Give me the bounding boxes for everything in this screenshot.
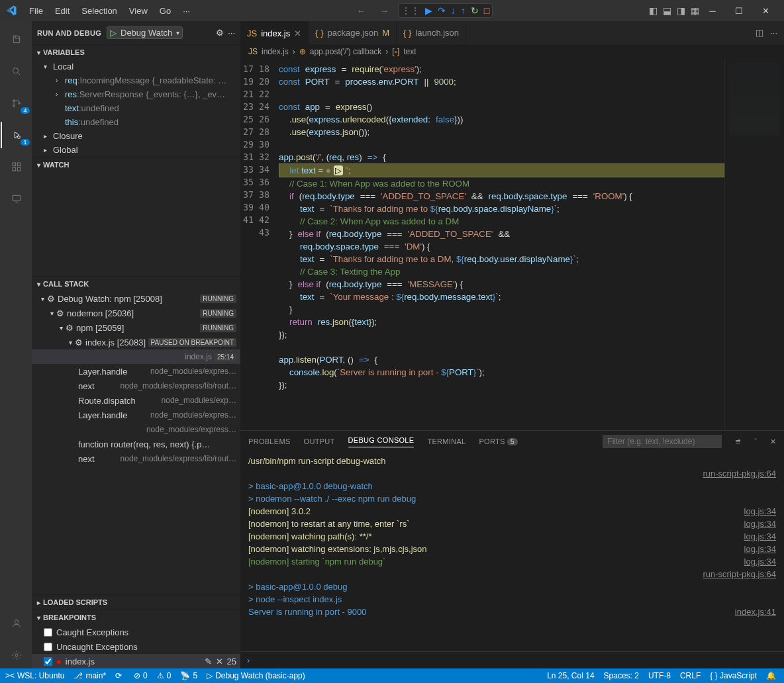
tab-index.js[interactable]: JSindex.js✕: [240, 21, 309, 44]
breakpoints-header[interactable]: ▾BREAKPOINTS: [32, 610, 240, 625]
watch-header[interactable]: ▾WATCH: [32, 158, 240, 172]
stop-icon[interactable]: □: [484, 5, 489, 16]
callstack-header[interactable]: ▾CALL STACK: [32, 277, 240, 291]
step-over-icon[interactable]: ↷: [438, 5, 446, 16]
stack-frame[interactable]: nextnode_modules/express/lib/rout…: [32, 451, 240, 466]
close-panel-icon[interactable]: ✕: [770, 437, 776, 446]
loaded-scripts-header[interactable]: ▸LOADED SCRIPTS: [32, 595, 240, 610]
status-item[interactable]: ⊘0: [134, 671, 148, 680]
layout-panel-bottom-icon[interactable]: ⬓: [663, 5, 671, 16]
stack-frame[interactable]: Layer.handlenode_modules/expres…: [32, 364, 240, 379]
gear-icon[interactable]: ⚙: [216, 28, 224, 38]
breadcrumb-part[interactable]: ⊕: [299, 47, 306, 56]
step-into-icon[interactable]: ↓: [451, 5, 456, 16]
menu-file[interactable]: File: [24, 3, 48, 19]
menu-···[interactable]: ···: [177, 3, 195, 19]
variable-row[interactable]: text: undefined: [32, 101, 240, 115]
nav-forward-icon[interactable]: →: [375, 6, 394, 16]
status-item[interactable]: 🔔: [766, 671, 779, 680]
more-icon[interactable]: ···: [228, 28, 235, 38]
edit-icon[interactable]: ✎: [205, 657, 212, 666]
code[interactable]: const express = require('express'); cons…: [279, 59, 724, 430]
breakpoint-checkbox[interactable]: [44, 628, 52, 637]
callstack-row[interactable]: ▾⚙index.js [25083]PAUSED ON BREAKPOINT: [32, 335, 240, 349]
scope-closure[interactable]: ▸Closure: [32, 129, 240, 143]
continue-icon[interactable]: ▶: [425, 5, 432, 16]
split-editor-icon[interactable]: ◫: [756, 28, 763, 38]
activity-extensions[interactable]: [1, 154, 32, 180]
tab-launch.json[interactable]: { }launch.json: [397, 21, 466, 44]
panel-tab-debug-console[interactable]: DEBUG CONSOLE: [348, 436, 415, 447]
remove-icon[interactable]: ✕: [216, 657, 223, 666]
variable-row[interactable]: this: undefined: [32, 115, 240, 129]
source-link[interactable]: log.js:34: [744, 518, 776, 530]
layout-customize-icon[interactable]: ▦: [691, 5, 699, 16]
source-link[interactable]: log.js:34: [744, 530, 776, 543]
breadcrumb-part[interactable]: index.js: [262, 47, 289, 56]
status-item[interactable]: ><WSL: Ubuntu: [5, 671, 64, 680]
activity-run-debug[interactable]: 1: [1, 122, 32, 148]
breadcrumb-part[interactable]: [▫]: [392, 47, 399, 56]
breakpoint-row[interactable]: Caught Exceptions: [32, 625, 240, 639]
source-link[interactable]: log.js:34: [744, 505, 776, 518]
filter-input[interactable]: [603, 435, 722, 448]
status-item[interactable]: Spaces: 2: [604, 671, 639, 680]
stack-frame[interactable]: index.js25:14: [32, 349, 240, 364]
account-icon[interactable]: [1, 610, 32, 637]
breakpoint-checkbox[interactable]: [44, 643, 52, 651]
status-item[interactable]: ▷Debug Watch (basic-app): [207, 671, 305, 680]
panel-tab-terminal[interactable]: TERMINAL: [427, 437, 466, 445]
stack-frame[interactable]: function router(req, res, next) {.p…: [32, 437, 240, 451]
panel-tab-output[interactable]: OUTPUT: [304, 437, 335, 445]
clear-icon[interactable]: ≡̄: [735, 437, 741, 446]
activity-search[interactable]: [1, 58, 32, 85]
status-item[interactable]: 📡5: [180, 671, 197, 680]
window-minimize-icon[interactable]: ─: [699, 6, 726, 16]
menu-edit[interactable]: Edit: [50, 3, 75, 19]
source-link[interactable]: index.js:41: [735, 606, 776, 618]
menu-go[interactable]: Go: [154, 3, 176, 19]
nav-back-icon[interactable]: ←: [352, 6, 371, 16]
breakpoint-row[interactable]: Uncaught Exceptions: [32, 639, 240, 654]
source-link[interactable]: log.js:34: [744, 555, 776, 568]
status-item[interactable]: CRLF: [680, 671, 701, 680]
breadcrumb-part[interactable]: text: [403, 47, 416, 56]
status-item[interactable]: ⟳: [115, 671, 124, 680]
scope-global[interactable]: ▸Global: [32, 143, 240, 157]
stack-frame[interactable]: Layer.handlenode_modules/expres…: [32, 408, 240, 422]
restart-icon[interactable]: ↻: [471, 5, 479, 16]
source-link[interactable]: log.js:34: [744, 543, 776, 555]
breadcrumb-part[interactable]: ›: [385, 47, 388, 56]
status-item[interactable]: Ln 25, Col 14: [547, 671, 594, 680]
panel-tab-ports[interactable]: PORTS 5: [479, 437, 517, 445]
debug-console-body[interactable]: /usr/bin/npm run-script debug-watchrun-s…: [240, 452, 784, 651]
source-link[interactable]: run-script-pkg.js:64: [703, 467, 776, 480]
chevron-up-icon[interactable]: ˆ: [754, 437, 757, 445]
breadcrumb-part[interactable]: JS: [248, 47, 258, 56]
source-link[interactable]: run-script-pkg.js:64: [703, 568, 776, 580]
settings-icon[interactable]: [1, 642, 32, 668]
activity-source-control[interactable]: 4: [1, 90, 32, 116]
panel-tab-problems[interactable]: PROBLEMS: [248, 437, 291, 445]
breakpoint-checkbox[interactable]: [44, 657, 52, 666]
breadcrumb[interactable]: JS index.js › ⊕ app.post('/') callback ›…: [240, 44, 784, 59]
variable-row[interactable]: ›res: ServerResponse {_events: {…}, _ev…: [32, 87, 240, 101]
breakpoint-row[interactable]: ●index.js✎✕25: [32, 654, 240, 668]
close-icon[interactable]: ✕: [294, 28, 301, 38]
status-item[interactable]: { } JavaScript: [710, 671, 757, 680]
minimap[interactable]: [724, 59, 784, 430]
status-item[interactable]: UTF-8: [648, 671, 671, 680]
menu-selection[interactable]: Selection: [76, 3, 122, 19]
debug-console-input[interactable]: ›: [240, 651, 784, 668]
callstack-row[interactable]: ▾⚙nodemon [25036]RUNNING: [32, 306, 240, 320]
layout-panel-left-icon[interactable]: ◧: [649, 5, 658, 16]
tab-package.json[interactable]: { }package.jsonM: [309, 21, 397, 44]
breadcrumb-part[interactable]: app.post('/') callback: [310, 47, 382, 56]
window-maximize-icon[interactable]: ☐: [726, 6, 752, 16]
variables-header[interactable]: ▾VARIABLES: [32, 45, 240, 60]
callstack-row[interactable]: ▾⚙Debug Watch: npm [25008]RUNNING: [32, 291, 240, 306]
window-close-icon[interactable]: ✕: [752, 6, 779, 16]
editor[interactable]: 17 18 19 20 21 22 23 24 25 26 27 28 29 3…: [240, 59, 784, 430]
stack-frame[interactable]: node_modules/express…: [32, 422, 240, 437]
menu-view[interactable]: View: [124, 3, 153, 19]
